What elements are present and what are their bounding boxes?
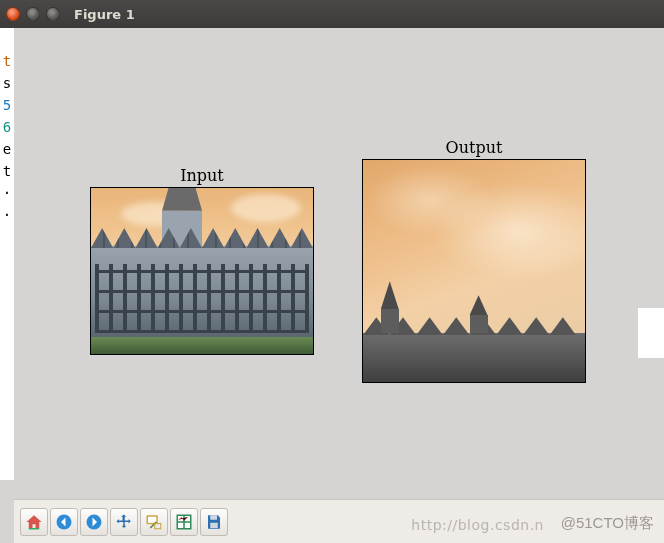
axes-output[interactable]: 0 50 100 150 200 250 0 50 100 150 200 25… xyxy=(362,159,586,383)
save-button[interactable] xyxy=(200,508,228,536)
svg-rect-3 xyxy=(155,523,161,528)
plot-title-input: Input xyxy=(90,166,314,185)
minimize-icon[interactable] xyxy=(26,7,40,21)
subplots-icon xyxy=(175,513,193,531)
xticks-input: 0 200 400 600 800 1000 xyxy=(91,354,313,355)
zoom-button[interactable] xyxy=(140,508,168,536)
move-icon xyxy=(115,513,133,531)
subplots-button[interactable] xyxy=(170,508,198,536)
watermark-url: http://blog.csdn.n xyxy=(411,517,544,533)
home-icon xyxy=(25,513,43,531)
window-title: Figure 1 xyxy=(74,7,135,22)
zoom-icon xyxy=(145,513,163,531)
svg-rect-6 xyxy=(210,522,218,527)
close-icon[interactable] xyxy=(6,7,20,21)
svg-rect-5 xyxy=(210,515,217,520)
watermark: @51CTO博客 xyxy=(561,514,654,533)
plot-title-output: Output xyxy=(362,138,586,157)
home-button[interactable] xyxy=(20,508,48,536)
figure-canvas[interactable]: Input 0 100 200 300 400 500 600 700 0 20… xyxy=(14,28,664,480)
code-peek-strip: t s 5 6 e t · · xyxy=(0,28,14,480)
subplot-input: Input 0 100 200 300 400 500 600 700 0 20… xyxy=(90,166,314,355)
pan-button[interactable] xyxy=(110,508,138,536)
xticks-output: 0 50 100 150 200 250 xyxy=(363,382,585,383)
yticks-output: 0 50 100 150 200 250 xyxy=(362,160,363,382)
arrow-left-icon xyxy=(55,513,73,531)
save-icon xyxy=(205,513,223,531)
mpl-toolbar: http://blog.csdn.n @51CTO博客 xyxy=(14,499,664,543)
bg-code-peek xyxy=(638,308,664,358)
window-titlebar: Figure 1 xyxy=(0,0,664,28)
arrow-right-icon xyxy=(85,513,103,531)
axes-input[interactable]: 0 100 200 300 400 500 600 700 0 200 400 … xyxy=(90,187,314,355)
subplot-output: Output 0 50 100 150 200 250 0 50 100 150… xyxy=(362,138,586,383)
forward-button[interactable] xyxy=(80,508,108,536)
back-button[interactable] xyxy=(50,508,78,536)
yticks-input: 0 100 200 300 400 500 600 700 xyxy=(90,188,91,354)
maximize-icon[interactable] xyxy=(46,7,60,21)
